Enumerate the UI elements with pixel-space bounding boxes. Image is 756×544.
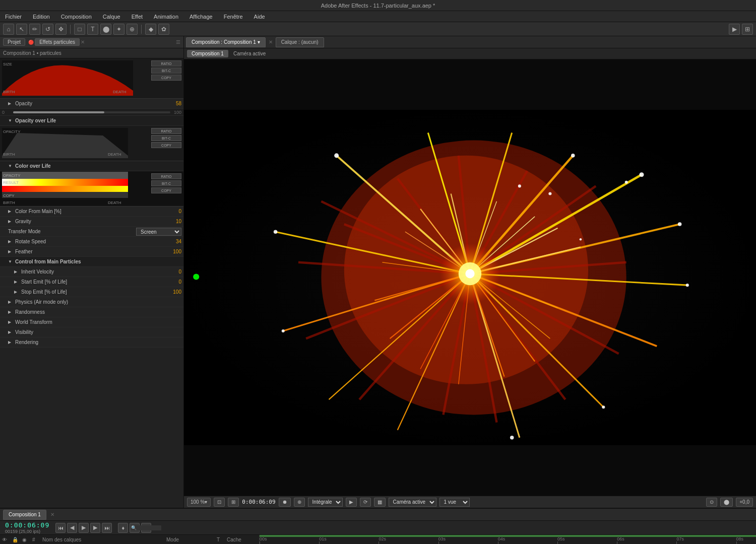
menu-edition[interactable]: Edition [31, 13, 52, 21]
mark-03s: 03s [438, 536, 446, 544]
tl-close[interactable]: ✕ [50, 512, 54, 517]
value-color-main[interactable]: 0 [161, 209, 181, 214]
vp-camera-dropdown[interactable]: Caméra active [389, 498, 436, 507]
close-comp-tab[interactable]: ✕ [267, 39, 275, 45]
tl-skip-end[interactable]: ⏭ [102, 523, 112, 533]
triangle-rendering[interactable] [8, 340, 13, 345]
value-opacity[interactable]: 58 [161, 101, 181, 106]
triangle-inherit[interactable] [14, 269, 19, 275]
clone-tool[interactable]: ✦ [113, 24, 124, 35]
opacity-graph-btn-2[interactable]: BIT-C [151, 135, 181, 141]
tl-search-input[interactable] [131, 525, 161, 530]
menu-fenetre[interactable]: Fenêtre [222, 13, 245, 21]
rotate-tool[interactable]: ↺ [42, 24, 53, 35]
value-inherit[interactable]: 0 [161, 269, 181, 275]
graph-btn-2[interactable]: BIT-C [151, 67, 181, 74]
menu-animation[interactable]: Animation [152, 13, 180, 21]
opacity-graph-btn-1[interactable]: RATIO [151, 128, 181, 134]
vp-zoom[interactable]: 100 % ▾ [187, 498, 211, 507]
tl-step-back[interactable]: ◀ [67, 523, 77, 533]
triangle-rotate[interactable] [8, 239, 13, 244]
opacity-slider-row[interactable]: 0 100 [0, 109, 183, 116]
value-stop-emit[interactable]: 100 [161, 289, 181, 295]
tl-play[interactable]: ▶ [79, 523, 89, 533]
vp-view-dropdown[interactable]: 1 vue 2 vues 4 vues [439, 498, 470, 507]
col-solo: ◉ [22, 537, 32, 542]
triangle-color-life[interactable] [8, 164, 13, 169]
triangle-world[interactable] [8, 320, 13, 325]
opacity-slider[interactable] [13, 111, 170, 113]
shape-tool[interactable]: □ [74, 24, 85, 35]
triangle-gravity[interactable] [8, 219, 13, 224]
tl-markers[interactable]: ♦ [118, 523, 128, 533]
value-start-emit[interactable]: 0 [161, 279, 181, 285]
vp-play[interactable]: ▶ [346, 498, 357, 507]
menu-aide[interactable]: Aide [252, 13, 267, 21]
vp-record[interactable]: ⏺ [279, 498, 291, 507]
tl-step-fwd[interactable]: ▶ [90, 523, 100, 533]
color-graph-btn-2[interactable]: BIT-C [151, 180, 181, 186]
tl-timecode-block: 0:00:06:09 00159 (25,00 ips) [3, 521, 49, 534]
text-tool[interactable]: T [87, 24, 98, 35]
vp-quality-dropdown[interactable]: Intégrale Moitié Tiers [308, 498, 343, 507]
label-control-main: Control from Main Particles [15, 259, 181, 264]
vp-snap[interactable]: ⊕ [294, 498, 305, 507]
triangle-start-emit[interactable] [14, 280, 19, 285]
triangle-visibility[interactable] [8, 330, 13, 335]
triangle-feather[interactable] [8, 249, 13, 254]
tab-projet[interactable]: Projet [3, 38, 25, 46]
pen-tool[interactable]: ✏ [29, 24, 40, 35]
move-tool[interactable]: ✥ [55, 24, 67, 35]
vp-grid2[interactable]: ▦ [374, 498, 386, 507]
value-feather[interactable]: 100 [161, 249, 181, 254]
roto-tool[interactable]: ⊕ [127, 24, 138, 35]
vp-grid[interactable]: ⊞ [228, 498, 239, 507]
paint-tool[interactable]: ⬤ [100, 24, 111, 35]
opacity-graph-btn-3[interactable]: COPY [151, 142, 181, 148]
col-name-header: Nom des calques [42, 537, 166, 542]
panel-menu[interactable]: ☰ [176, 39, 180, 45]
panel-close[interactable]: ✕ [81, 39, 85, 45]
vp-loop[interactable]: ⟳ [360, 498, 371, 507]
tl-timecode[interactable]: 0:00:06:09 [5, 521, 49, 529]
triangle-control-main[interactable] [8, 259, 13, 264]
tab-calque[interactable]: Calque : (aucun) [276, 37, 324, 47]
tl-tab-comp1[interactable]: Composition 1 [3, 510, 46, 520]
triangle-physics[interactable] [8, 300, 13, 305]
vp-motion[interactable]: ⬤ [720, 498, 733, 507]
graph-btn-3[interactable]: COPY [151, 75, 181, 81]
triangle-randomness[interactable] [8, 310, 13, 315]
value-rotate[interactable]: 34 [161, 239, 181, 244]
tl-search[interactable] [141, 523, 151, 533]
triangle-opacity[interactable] [8, 101, 13, 106]
color-graph-btn-1[interactable]: RATIO [151, 173, 181, 179]
menu-fichier[interactable]: Fichier [3, 13, 24, 21]
menu-calque[interactable]: Calque [101, 13, 122, 21]
select-tool[interactable]: ↖ [16, 24, 27, 35]
effects-panel[interactable]: RATIO BIT-C COPY Opacity 58 0 100 [0, 58, 183, 508]
triangle-color-main[interactable] [8, 209, 13, 214]
vp-fit[interactable]: ⊡ [214, 498, 225, 507]
menu-composition[interactable]: Composition [59, 13, 94, 21]
mark-00s: 00s [260, 536, 267, 544]
marker-tool[interactable]: ◆ [145, 24, 156, 35]
puppet-tool[interactable]: ✿ [158, 24, 169, 35]
triangle-stop-emit[interactable] [14, 290, 19, 295]
label-rotate: Rotate Speed [15, 239, 161, 244]
tab-effets-particules[interactable]: Effets particules [35, 38, 80, 46]
value-gravity[interactable]: 10 [161, 219, 181, 224]
tl-skip-start[interactable]: ⏮ [55, 523, 66, 533]
color-graph-btn-3[interactable]: COPY [151, 187, 181, 193]
vp-3d[interactable]: ⊙ [706, 498, 717, 507]
graph-btn-1[interactable]: RATIO [151, 60, 181, 66]
menu-affichage[interactable]: Affichage [187, 13, 215, 21]
subtab-comp1[interactable]: Composition 1 [187, 50, 228, 57]
workspace-btn[interactable]: ⊞ [742, 24, 753, 35]
dropdown-transfer-mode[interactable]: Screen Normal Add Multiply [136, 228, 181, 236]
menu-effet[interactable]: Effet [130, 13, 145, 21]
tab-composition[interactable]: Composition : Composition 1 ▾ [186, 37, 266, 47]
home-tool[interactable]: ⌂ [3, 24, 14, 35]
render-btn[interactable]: ▶ [729, 24, 740, 35]
triangle-opacity-life[interactable] [8, 118, 13, 123]
vp-offset[interactable]: +0,0 [736, 498, 753, 507]
